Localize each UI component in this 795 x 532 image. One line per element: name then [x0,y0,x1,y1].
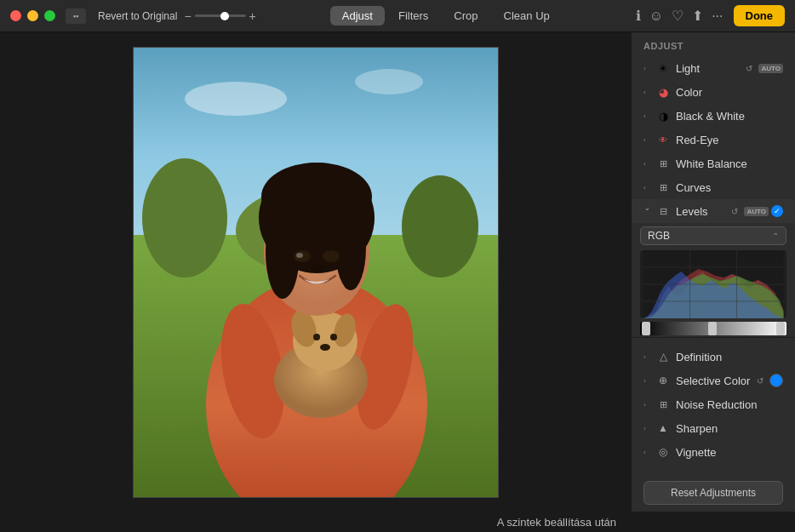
rgb-selector[interactable]: RGB ⌃ [640,226,786,245]
zoom-out-button[interactable]: − [184,9,191,23]
window-controls: ▪▪ [66,9,86,24]
sidebar-item-selective-color[interactable]: › ⊕ Selective Color ↺ [632,369,795,392]
chevron-right-icon: › [643,184,650,192]
chevron-right-icon: › [643,160,650,168]
caption-text: A szintek beállítása után [497,516,616,529]
levels-reset-icon[interactable]: ↺ [728,204,741,218]
zoom-thumb [220,12,229,20]
chevron-right-icon: › [643,65,650,72]
svg-point-24 [323,250,340,262]
selective-color-icon: ⊕ [655,373,671,388]
chevron-right-icon: › [643,449,650,456]
light-label: Light [676,62,742,75]
black-white-icon: ◑ [655,108,671,123]
photo-frame [133,47,499,498]
svg-point-15 [330,334,337,340]
done-button[interactable]: Done [734,5,786,26]
levels-actions: ↺ AUTO ✓ [728,204,783,218]
sidebar-item-curves[interactable]: › ⊞ Curves [632,175,795,199]
light-icon: ☀ [655,60,671,76]
toolbar-icons: ℹ ☺ ♡ ⬆ ··· [636,8,724,24]
sidebar-item-color[interactable]: › ◕ Color [632,80,795,104]
chevron-right-icon: › [643,425,650,432]
more-icon[interactable]: ··· [712,9,723,24]
svg-point-22 [261,163,372,231]
zoom-slider[interactable] [195,14,246,17]
info-icon[interactable]: ℹ [636,8,641,24]
sidebar-item-light[interactable]: › ☀ Light ↺ AUTO [632,56,795,80]
svg-point-14 [313,334,320,340]
histogram-mid-thumb[interactable] [708,322,717,335]
histogram-right-thumb[interactable] [776,322,785,335]
chevron-right-icon: › [643,89,650,96]
chevron-right-icon: › [643,401,650,409]
fullscreen-button[interactable] [44,10,55,21]
share-icon[interactable]: ⬆ [692,8,703,24]
titlebar: ▪▪ Revert to Original − + Adjust Filters… [0,0,795,32]
sharpen-label: Sharpen [676,422,783,435]
sidebar-item-red-eye[interactable]: › 👁 Red-Eye [632,128,795,152]
selective-color-label: Selective Color [676,375,753,387]
selective-color-actions: ↺ [753,374,783,387]
light-auto-badge: AUTO [758,64,783,73]
white-balance-icon: ⊞ [655,156,671,171]
nav-tabs: Adjust Filters Crop Clean Up [330,6,562,26]
sidebar: ADJUST › ☀ Light ↺ AUTO › ◕ Color › ◑ Bl… [631,32,795,512]
reset-area: Reset Adjustments [632,474,795,512]
light-reset-icon[interactable]: ↺ [742,61,756,75]
main-content: ADJUST › ☀ Light ↺ AUTO › ◕ Color › ◑ Bl… [0,32,795,512]
svg-point-25 [296,253,303,258]
emoji-icon[interactable]: ☺ [649,9,663,24]
svg-point-2 [355,69,423,94]
histogram [640,250,786,318]
levels-active-badge: ✓ [771,205,783,217]
svg-point-1 [185,82,287,116]
revert-button[interactable]: Revert to Original [98,10,177,22]
levels-auto-badge: AUTO [744,207,769,216]
rgb-chevron-icon: ⌃ [772,232,779,241]
svg-point-5 [402,175,478,277]
definition-label: Definition [676,351,783,363]
rgb-label: RGB [648,230,772,242]
histogram-slider[interactable] [640,322,786,335]
photo-image [134,48,499,498]
sidebar-item-definition[interactable]: › △ Definition [632,345,795,369]
sidebar-item-sharpen[interactable]: › ▲ Sharpen [632,416,795,440]
histogram-left-thumb[interactable] [642,322,650,335]
tab-crop[interactable]: Crop [442,6,489,26]
chevron-down-icon: › [643,208,651,215]
tab-cleanup[interactable]: Clean Up [492,6,562,26]
chevron-right-icon: › [643,136,650,144]
color-icon: ◕ [655,84,671,100]
red-eye-icon: 👁 [655,132,671,147]
selective-color-reset-icon[interactable]: ↺ [753,374,767,387]
color-label: Color [676,86,783,99]
heart-icon[interactable]: ♡ [672,8,683,24]
sidebar-item-levels[interactable]: › ⊟ Levels ↺ AUTO ✓ [632,199,795,223]
levels-label: Levels [676,205,728,218]
svg-point-4 [142,158,227,277]
tab-filters[interactable]: Filters [386,6,440,26]
definition-icon: △ [655,349,671,364]
red-eye-label: Red-Eye [676,134,783,146]
tab-adjust[interactable]: Adjust [330,6,385,26]
sharpen-icon: ▲ [655,420,671,436]
sidebar-item-black-white[interactable]: › ◑ Black & White [632,104,795,128]
sidebar-item-white-balance[interactable]: › ⊞ White Balance [632,152,795,175]
divider [632,337,795,338]
sidebar-item-vignette[interactable]: › ◎ Vignette [632,440,795,464]
light-actions: ↺ AUTO [742,61,783,75]
reset-adjustments-button[interactable]: Reset Adjustments [643,481,783,505]
close-button[interactable] [10,10,21,21]
levels-icon: ⊟ [655,203,671,219]
svg-point-16 [320,344,330,351]
view-toggle-button[interactable]: ▪▪ [66,9,86,24]
caption-area: A szintek beállítása után [0,512,795,532]
zoom-in-button[interactable]: + [249,9,256,23]
svg-point-26 [311,265,323,273]
selective-color-toggle[interactable] [769,374,783,387]
minimize-button[interactable] [27,10,38,21]
curves-label: Curves [676,181,783,194]
sidebar-item-noise-reduction[interactable]: › ⊞ Noise Reduction [632,392,795,416]
black-white-label: Black & White [676,110,783,123]
